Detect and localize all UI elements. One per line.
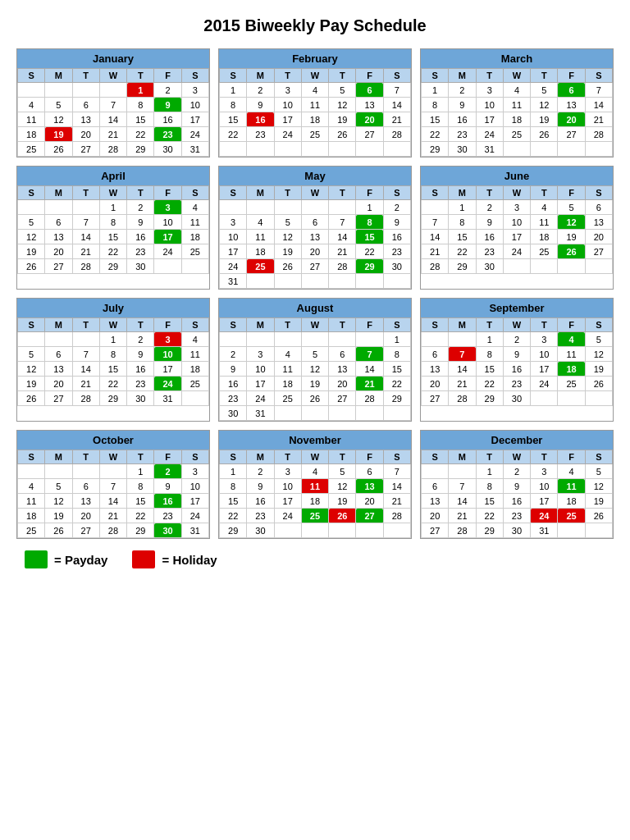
calendar-day: 22 (422, 127, 449, 142)
calendar-day: 18 (181, 230, 208, 244)
calendar-day: 20 (72, 127, 99, 142)
calendar-day: 19 (329, 112, 356, 127)
day-header: M (449, 318, 476, 332)
calendar-day: 29 (127, 142, 154, 157)
calendar-day: 21 (383, 494, 410, 509)
calendar-day: 2 (476, 200, 503, 215)
calendar-day: 26 (531, 127, 558, 142)
calendar-day (356, 142, 383, 157)
calendar-day: 3 (503, 200, 530, 215)
calendar-day: 20 (356, 112, 383, 127)
day-header: T (274, 450, 301, 464)
calendar-day: 28 (329, 259, 356, 274)
calendar-day: 26 (45, 523, 72, 538)
calendar-day: 28 (449, 391, 476, 406)
day-header: S (422, 69, 449, 83)
calendar-day: 5 (18, 215, 45, 230)
calendar-day: 11 (503, 98, 530, 112)
calendar-day: 15 (476, 494, 503, 509)
calendar-day: 29 (127, 523, 154, 538)
calendar-day: 27 (72, 142, 99, 157)
calendar-day (45, 464, 72, 479)
calendar-day: 22 (220, 127, 247, 142)
calendar-day: 31 (181, 523, 208, 538)
calendar-day: 30 (127, 259, 154, 274)
calendar-day: 19 (558, 230, 585, 244)
calendar-day: 5 (45, 98, 72, 112)
calendar-day: 9 (449, 98, 476, 112)
legend: = Payday = Holiday (16, 550, 614, 568)
day-header: T (531, 318, 558, 332)
calendar-day (301, 200, 328, 215)
calendar-day: 20 (356, 494, 383, 509)
calendar-day: 3 (154, 332, 181, 347)
calendar-day: 26 (585, 509, 612, 523)
calendar-day: 20 (45, 377, 72, 391)
calendar-day: 2 (220, 347, 247, 362)
day-header: S (422, 318, 449, 332)
calendar-day: 15 (383, 362, 410, 377)
payday-legend: = Payday (25, 550, 107, 568)
calendar-day: 3 (181, 83, 208, 98)
calendar-day (531, 142, 558, 157)
calendar-day: 9 (127, 347, 154, 362)
calendar-day: 9 (247, 479, 274, 494)
calendar-day: 12 (45, 494, 72, 509)
calendar-day: 27 (72, 523, 99, 538)
day-header: W (503, 450, 530, 464)
day-header: S (585, 69, 612, 83)
calendar-day: 1 (356, 200, 383, 215)
calendar-day (356, 523, 383, 538)
calendar-table-january: SMTWTFS123456789101112131415161718192021… (17, 68, 209, 157)
calendar-day: 27 (45, 259, 72, 274)
calendar-day: 7 (72, 347, 99, 362)
calendar-day: 5 (558, 200, 585, 215)
calendar-day: 27 (422, 523, 449, 538)
calendar-day (247, 274, 274, 289)
calendar-day: 18 (274, 377, 301, 391)
calendar-day: 5 (18, 347, 45, 362)
calendar-day: 13 (585, 215, 612, 230)
calendar-day: 13 (45, 362, 72, 377)
calendar-day: 8 (476, 479, 503, 494)
calendar-day: 12 (531, 98, 558, 112)
calendar-day: 9 (220, 362, 247, 377)
calendar-day: 8 (99, 215, 126, 230)
calendar-day: 17 (154, 230, 181, 244)
calendar-day: 16 (503, 494, 530, 509)
day-header: T (476, 450, 503, 464)
calendar-day: 2 (127, 332, 154, 347)
calendar-day: 11 (181, 347, 208, 362)
calendar-day: 21 (99, 509, 126, 523)
calendar-day: 17 (181, 494, 208, 509)
calendar-day: 10 (503, 215, 530, 230)
calendar-day: 12 (18, 230, 45, 244)
calendar-header-march: March (421, 49, 613, 68)
calendar-day: 26 (301, 391, 328, 406)
calendar-day: 19 (585, 494, 612, 509)
calendar-header-february: February (219, 49, 411, 68)
calendar-day: 25 (301, 509, 328, 523)
day-header: T (72, 318, 99, 332)
calendar-day (274, 142, 301, 157)
calendar-day: 7 (356, 347, 383, 362)
calendar-table-july: SMTWTFS123456789101112131415161718192021… (17, 317, 209, 406)
calendar-day: 21 (329, 244, 356, 259)
day-header: F (154, 186, 181, 200)
calendar-day: 1 (449, 200, 476, 215)
day-header: S (18, 450, 45, 464)
calendar-day: 26 (274, 259, 301, 274)
calendar-day: 23 (247, 127, 274, 142)
calendar-day: 3 (220, 215, 247, 230)
calendar-day: 16 (220, 377, 247, 391)
calendar-day (181, 259, 208, 274)
calendar-day: 29 (383, 391, 410, 406)
calendar-may: MaySMTWTFS123456789101112131415161718192… (218, 166, 412, 290)
calendar-day: 16 (154, 112, 181, 127)
calendar-day: 2 (449, 83, 476, 98)
day-header: F (356, 318, 383, 332)
calendar-day: 16 (383, 230, 410, 244)
calendar-day: 30 (449, 142, 476, 157)
day-header: W (99, 69, 126, 83)
day-header: W (503, 318, 530, 332)
